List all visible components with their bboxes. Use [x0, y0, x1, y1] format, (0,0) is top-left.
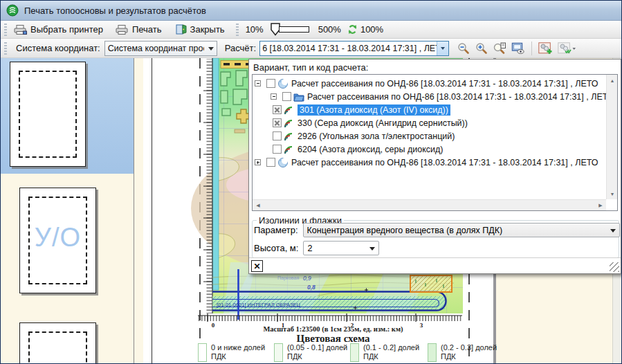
app-icon: [6, 4, 19, 17]
substance-isolines-icon: [284, 131, 295, 142]
add-calc-button[interactable]: [537, 42, 554, 55]
tree-row-0[interactable]: Расчет рассеивания по ОНД-86 [18.03.2014…: [253, 77, 598, 90]
toolbar-grip3[interactable]: [4, 42, 7, 55]
zoom-page-icon: [493, 42, 506, 55]
tree-horizontal-scrollbar[interactable]: ◀ ▶: [253, 199, 606, 210]
zoom-page-button[interactable]: [492, 42, 508, 55]
legend-swatch-3: [428, 343, 437, 362]
add-calc-icon: [538, 42, 553, 55]
main-area: У/О: [1, 58, 622, 364]
preview-mode-button[interactable]: [510, 42, 527, 55]
legend-item-3: (0.2 - 0.3] долей ПДК: [428, 343, 504, 362]
zoom-out-icon: [457, 42, 470, 55]
tree-label-4[interactable]: 2926 (Угольная зола т/электростанций): [298, 131, 455, 141]
tree-checkbox-2[interactable]: [273, 105, 282, 114]
tree-checkbox-5[interactable]: [273, 145, 282, 154]
page-thumbnail-2[interactable]: У/О: [19, 188, 96, 293]
popup-close-button[interactable]: ✕: [251, 260, 263, 272]
tree-row-5[interactable]: 6204 (Азота диоксид, серы диоксид): [253, 143, 443, 156]
close-label: Закрыть: [190, 24, 225, 35]
zoom-in-icon: [475, 42, 488, 55]
tree-checkbox-6[interactable]: [266, 158, 275, 167]
tree-vertical-scrollbar[interactable]: ▲ ▼: [606, 75, 617, 199]
folder-icon: [293, 91, 304, 102]
chevron-down-icon: [208, 47, 214, 53]
calc-selector-popup: Вариант, тип и код расчета: Расчет рассе…: [248, 59, 621, 274]
tree-checkbox-1[interactable]: [282, 92, 291, 101]
slider-track[interactable]: [279, 26, 309, 33]
legend-label-3: (0.2 - 0.3] долей ПДК: [441, 343, 504, 362]
zoom-max-label: 500%: [318, 24, 341, 35]
printer-setup-icon: [14, 24, 27, 35]
scroll-right-icon[interactable]: ▶: [595, 200, 606, 211]
calc-dropdown-button[interactable]: [437, 42, 448, 55]
page-thumbnail-1[interactable]: [10, 62, 86, 167]
page2-label: У/О: [20, 223, 95, 253]
height-label: Высота, м:: [254, 243, 298, 253]
source-label: [01-01-0001] ИНТЕГРАЛ ОБРАЗЕЦ: [217, 302, 300, 308]
calc-combobox[interactable]: 6 [18.03.2014 17:31 - 18.03.2014 17:31] …: [259, 41, 449, 56]
pages-sidebar[interactable]: У/О: [1, 58, 134, 364]
substance-isolines-icon: [284, 104, 295, 116]
expand-icon[interactable]: [255, 159, 261, 165]
title-bar[interactable]: Печать топоосновы и результатов расчётов: [1, 1, 621, 21]
select-printer-button[interactable]: Выбрать принтер: [11, 23, 106, 36]
legend-item-0: 0 и ниже долей ПДК: [198, 343, 275, 362]
print-label: Печать: [132, 24, 162, 35]
tree-row-4[interactable]: 2926 (Угольная зола т/электростанций): [253, 129, 455, 143]
page3-margin-dashes: [28, 331, 87, 364]
page1-margin-dashes: [19, 71, 77, 158]
select-printer-label: Выбрать принтер: [30, 24, 103, 35]
popup-resize-grip[interactable]: [610, 262, 619, 272]
refresh-zoom-icon[interactable]: [347, 24, 358, 35]
vertical-ruler: [203, 59, 212, 313]
tree-row-3[interactable]: 330 (Сера диоксид (Ангидрид сернистый)): [253, 116, 468, 129]
apply-calc-button[interactable]: [556, 42, 578, 55]
tree-label-6[interactable]: Расчет рассеивания по ОНД-86 [18.03.2014…: [291, 158, 598, 167]
tree-checkbox-4[interactable]: [273, 131, 282, 140]
param-label: Параметр:: [254, 225, 298, 235]
collapse-icon[interactable]: [271, 93, 277, 100]
tree-row-2[interactable]: 301 (Азота диоксид (Азот (IV) оксид)): [253, 103, 450, 116]
param-value: Концентрация вредного вещества (в долях …: [307, 226, 503, 235]
legend-item-1: (0.05 - 0.1] долей ПДК: [274, 343, 351, 362]
tree-row-1[interactable]: Расчет рассеивания по ОНД-86 [18.03.2014…: [253, 90, 614, 103]
tree-label-3[interactable]: 330 (Сера диоксид (Ангидрид сернистый)): [298, 118, 468, 128]
map-site-rect: [410, 275, 452, 292]
legend-label-1: (0.05 - 0.1] долей ПДК: [287, 343, 351, 362]
print-button[interactable]: Печать: [113, 23, 165, 36]
param-dropdown[interactable]: Концентрация вредного вещества (в долях …: [303, 223, 620, 237]
param-row: Параметр: Концентрация вредного вещества…: [254, 223, 620, 237]
main-toolbar: Выбрать принтер Печать Закрыть 10%: [1, 21, 621, 39]
tree-checkbox-0[interactable]: [266, 79, 275, 88]
close-button[interactable]: Закрыть: [173, 23, 228, 36]
tree-checkbox-3[interactable]: [273, 118, 282, 127]
scale-caption: Масштаб 1:23500 (в 1см 235м, ед. изм.: к…: [200, 325, 466, 333]
coord-system-dropdown[interactable]: Система координат проек: [104, 41, 217, 56]
legend-item-2: (0.1 - 0.2] долей ПДК: [350, 343, 427, 362]
coord-system-value: Система координат проек: [108, 44, 204, 53]
page-thumbnail-3[interactable]: [19, 322, 96, 364]
toolbar-grip2[interactable]: [236, 24, 239, 36]
scroll-left-icon[interactable]: ◀: [253, 200, 264, 211]
window-title: Печать топоосновы и результатов расчётов: [24, 6, 206, 16]
zoom-slider[interactable]: [271, 23, 309, 36]
tree-row-6[interactable]: Расчет рассеивания по ОНД-86 [18.03.2014…: [253, 156, 598, 169]
color-legend: 0 и ниже долей ПДК (0.05 - 0.1] долей ПД…: [134, 343, 622, 364]
zoom-in-button[interactable]: [474, 42, 490, 55]
height-dropdown[interactable]: 2: [303, 241, 379, 255]
chevron-down-icon: [441, 47, 445, 52]
zoom-out-button[interactable]: [456, 42, 472, 55]
tree-label-1[interactable]: Расчет рассеивания по ОНД-86 [18.03.2014…: [307, 92, 614, 102]
tree-label-5[interactable]: 6204 (Азота диоксид, серы диоксид): [298, 145, 443, 154]
tree-label-0[interactable]: Расчет рассеивания по ОНД-86 [18.03.2014…: [291, 79, 598, 89]
collapse-icon[interactable]: [255, 80, 261, 87]
toolbar-grip[interactable]: [4, 24, 7, 36]
calc-label: Расчёт:: [225, 43, 256, 53]
street-label: Парковая: [277, 275, 299, 281]
tree-label-2[interactable]: 301 (Азота диоксид (Азот (IV) оксид)): [298, 104, 450, 116]
scroll-up-icon[interactable]: ▲: [607, 75, 618, 86]
legend-swatch-2: [350, 343, 359, 362]
calc-tree[interactable]: Расчет рассеивания по ОНД-86 [18.03.2014…: [252, 74, 618, 211]
scroll-down-icon[interactable]: ▼: [607, 188, 618, 199]
